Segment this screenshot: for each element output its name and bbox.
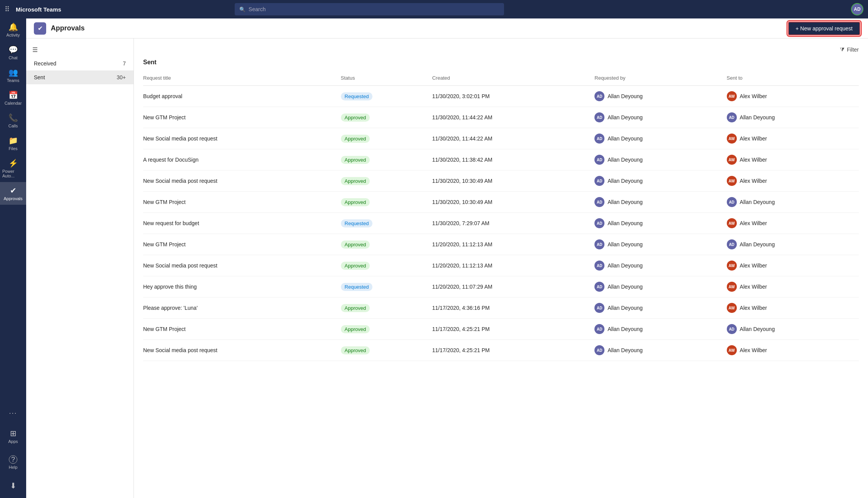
cell-sent-to: AD Allan Deyoung: [727, 192, 859, 213]
avatar: AD: [594, 239, 604, 249]
requested-by-name: Allan Deyoung: [608, 199, 643, 205]
table-row[interactable]: Budget approval Requested 11/30/2020, 3:…: [143, 86, 859, 107]
col-created: Created: [432, 72, 594, 86]
status-badge: Requested: [341, 283, 373, 291]
cell-created: 11/30/2020, 10:30:49 AM: [432, 192, 594, 213]
requested-by-cell: AD Allan Deyoung: [594, 176, 722, 186]
status-badge: Approved: [341, 241, 370, 249]
cell-request-title: Hey approve this thing: [143, 276, 341, 297]
avatar: AD: [727, 197, 737, 207]
avatar: AD: [594, 176, 604, 186]
new-approval-request-button[interactable]: + New approval request: [788, 22, 860, 35]
table-row[interactable]: New GTM Project Approved 11/20/2020, 11:…: [143, 234, 859, 255]
section-title: Sent: [143, 59, 859, 66]
sidebar-item-teams[interactable]: 👥 Teams: [0, 64, 26, 87]
search-bar[interactable]: 🔍: [235, 3, 504, 15]
page-title: Approvals: [51, 24, 788, 32]
sidebar-item-approvals[interactable]: ✔ Approvals: [0, 182, 26, 205]
cell-requested-by: AD Allan Deyoung: [594, 319, 726, 340]
avatar: AD: [594, 261, 604, 271]
avatar: AW: [727, 218, 737, 228]
sidebar-item-help[interactable]: ? Help: [0, 451, 26, 473]
sent-to-cell: AW Alex Wilber: [727, 176, 854, 186]
table-row[interactable]: Hey approve this thing Requested 11/20/2…: [143, 276, 859, 297]
requested-by-cell: AD Allan Deyoung: [594, 282, 722, 292]
cell-request-title: New GTM Project: [143, 234, 341, 255]
sidebar-item-files[interactable]: 📁 Files: [0, 132, 26, 155]
nav-sent[interactable]: Sent 30+: [26, 70, 134, 84]
status-badge: Approved: [341, 156, 370, 164]
left-panel: ☰ Received 7 Sent 30+: [26, 38, 134, 498]
sidebar-item-calls[interactable]: 📞 Calls: [0, 109, 26, 132]
sidebar-item-calendar[interactable]: 📅 Calendar: [0, 87, 26, 109]
cell-status: Requested: [341, 276, 432, 297]
filter-label: Filter: [847, 47, 859, 53]
filter-button[interactable]: ⧩ Filter: [840, 46, 859, 53]
cell-requested-by: AD Allan Deyoung: [594, 276, 726, 297]
cell-created: 11/20/2020, 11:12:13 AM: [432, 255, 594, 276]
sent-to-name: Alex Wilber: [740, 262, 767, 269]
avatar: AD: [594, 197, 604, 207]
cell-request-title: New request for budget: [143, 213, 341, 234]
table-row[interactable]: New Social media post request Approved 1…: [143, 128, 859, 149]
sent-to-name: Alex Wilber: [740, 157, 767, 163]
table-row[interactable]: New GTM Project Approved 11/30/2020, 10:…: [143, 192, 859, 213]
nav-received-label: Received: [34, 60, 56, 67]
sidebar-item-power-automate[interactable]: ⚡ Power Auto...: [0, 155, 26, 182]
cell-created: 11/30/2020, 7:29:07 AM: [432, 213, 594, 234]
avatar: AD: [727, 112, 737, 122]
more-icon: ···: [9, 409, 17, 417]
avatar: AD: [727, 239, 737, 249]
requested-by-cell: AD Allan Deyoung: [594, 324, 722, 334]
avatar: AW: [727, 261, 737, 271]
avatar: AW: [727, 91, 737, 101]
requested-by-name: Allan Deyoung: [608, 114, 643, 120]
table-row[interactable]: New GTM Project Approved 11/17/2020, 4:2…: [143, 319, 859, 340]
content-area: ☰ Received 7 Sent 30+ ⧩ Filter Sent: [26, 38, 868, 498]
calls-icon: 📞: [8, 113, 18, 122]
requested-by-name: Allan Deyoung: [608, 347, 643, 353]
table-row[interactable]: Please approve: 'Luna' Approved 11/17/20…: [143, 297, 859, 319]
cell-requested-by: AD Allan Deyoung: [594, 213, 726, 234]
sidebar-item-label: Teams: [7, 78, 19, 83]
nav-received[interactable]: Received 7: [26, 57, 134, 70]
avatar: AD: [594, 112, 604, 122]
cell-sent-to: AW Alex Wilber: [727, 213, 859, 234]
table-row[interactable]: New request for budget Requested 11/30/2…: [143, 213, 859, 234]
table-row[interactable]: New Social media post request Approved 1…: [143, 340, 859, 361]
cell-created: 11/30/2020, 11:44:22 AM: [432, 128, 594, 149]
cell-status: Approved: [341, 192, 432, 213]
cell-created: 11/17/2020, 4:25:21 PM: [432, 319, 594, 340]
sidebar-item-apps[interactable]: ⊞ Apps: [0, 425, 26, 448]
sidebar-item-activity[interactable]: 🔔 Activity: [0, 18, 26, 41]
sent-to-name: Alex Wilber: [740, 284, 767, 290]
avatar: AW: [727, 176, 737, 186]
cell-status: Approved: [341, 297, 432, 319]
table-row[interactable]: New GTM Project Approved 11/30/2020, 11:…: [143, 107, 859, 128]
status-badge: Approved: [341, 262, 370, 270]
sidebar-item-more[interactable]: ···: [0, 405, 26, 421]
sent-to-name: Alex Wilber: [740, 347, 767, 353]
avatar[interactable]: AD: [851, 3, 863, 15]
table-row[interactable]: New Social media post request Approved 1…: [143, 255, 859, 276]
search-input[interactable]: [249, 6, 499, 12]
app-grid-icon[interactable]: ⠿: [5, 5, 10, 13]
power-automate-icon: ⚡: [8, 159, 18, 168]
sent-to-name: Alex Wilber: [740, 220, 767, 226]
sidebar-item-label: Files: [8, 146, 17, 151]
sidebar-item-chat[interactable]: 💬 Chat: [0, 41, 26, 64]
avatar: AD: [594, 218, 604, 228]
sent-to-name: Allan Deyoung: [740, 326, 775, 332]
table-row[interactable]: A request for DocuSign Approved 11/30/20…: [143, 149, 859, 170]
sidebar-item-download[interactable]: ⬇: [0, 477, 26, 494]
hamburger-menu-icon[interactable]: ☰: [26, 43, 134, 57]
avatar: AD: [727, 324, 737, 334]
table-row[interactable]: New Social media post request Approved 1…: [143, 170, 859, 192]
sent-to-cell: AD Allan Deyoung: [727, 112, 854, 122]
search-icon: 🔍: [239, 7, 245, 12]
sidebar-item-label: Activity: [7, 33, 20, 37]
cell-requested-by: AD Allan Deyoung: [594, 234, 726, 255]
sent-to-cell: AW Alex Wilber: [727, 261, 854, 271]
sent-to-cell: AW Alex Wilber: [727, 155, 854, 165]
chat-icon: 💬: [8, 45, 18, 54]
